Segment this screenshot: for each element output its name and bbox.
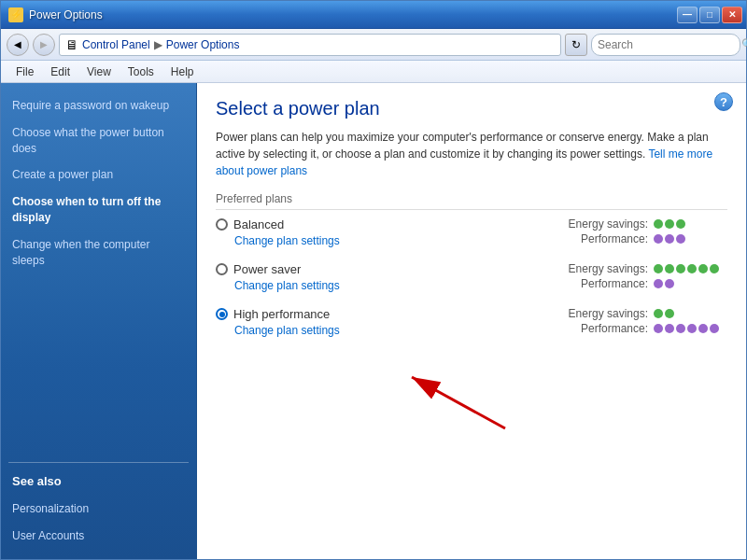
high-performance-performance-dots [654, 324, 719, 333]
forward-button[interactable]: ▶ [33, 34, 55, 56]
power-saver-performance-label: Performance: [559, 277, 648, 290]
window-icon: ⚡ [8, 7, 23, 22]
dot [676, 264, 685, 273]
plan-high-performance-name-row: High performance [216, 307, 340, 321]
dot [654, 324, 663, 333]
plan-balanced-name-row: Balanced [216, 217, 340, 231]
high-performance-performance-row: Performance: [559, 322, 719, 335]
high-performance-energy-label: Energy savings: [559, 307, 648, 320]
balanced-performance-dots [654, 234, 685, 244]
page-title: Select a power plan [216, 98, 727, 119]
high-performance-performance-label: Performance: [559, 322, 648, 335]
search-icon: 🔍 [741, 38, 747, 50]
breadcrumb-bar: 🖥 Control Panel ▶ Power Options [59, 34, 561, 56]
sidebar-divider [8, 462, 189, 463]
sidebar-item-computer-sleeps[interactable]: Change when the computer sleeps [1, 231, 196, 274]
dot [665, 309, 674, 318]
refresh-button[interactable]: ↻ [565, 34, 587, 56]
power-saver-energy-row: Energy savings: [559, 262, 719, 275]
dot [654, 309, 663, 318]
plan-power-saver-indicators: Energy savings: Performance: [559, 262, 727, 290]
dot [676, 219, 685, 229]
plan-high-performance-left: High performance Change plan settings [216, 307, 340, 337]
high-performance-energy-row: Energy savings: [559, 307, 674, 320]
dot [665, 219, 674, 229]
breadcrumb-control-panel[interactable]: Control Panel [82, 38, 150, 51]
sidebar-item-turn-off-display[interactable]: Choose when to turn off the display [1, 189, 196, 231]
change-plan-high-performance[interactable]: Change plan settings [234, 324, 340, 337]
plan-power-saver-name: Power saver [233, 262, 301, 276]
plan-power-saver-name-row: Power saver [216, 262, 340, 276]
sidebar-item-power-button[interactable]: Choose what the power button does [1, 119, 196, 162]
dot [698, 324, 708, 333]
change-plan-power-saver[interactable]: Change plan settings [234, 279, 340, 292]
balanced-energy-label: Energy savings: [559, 217, 648, 231]
window-title: Power Options [29, 8, 103, 21]
dot [665, 279, 674, 288]
dot [698, 264, 708, 273]
breadcrumb-icon: 🖥 [65, 37, 78, 52]
plan-balanced-left: Balanced Change plan settings [216, 217, 340, 247]
title-bar-left: ⚡ Power Options [8, 7, 103, 22]
sidebar: Require a password on wakeup Choose what… [1, 83, 197, 559]
balanced-performance-label: Performance: [559, 232, 648, 245]
menu-tools[interactable]: Tools [120, 63, 162, 80]
sidebar-item-personalization[interactable]: Personalization [1, 496, 196, 523]
main-area: Require a password on wakeup Choose what… [1, 83, 746, 559]
balanced-performance-row: Performance: [559, 232, 685, 245]
help-icon[interactable]: ? [714, 92, 733, 111]
close-button[interactable]: ✕ [722, 7, 742, 23]
plan-balanced-name: Balanced [233, 217, 284, 231]
dot [710, 324, 719, 333]
dot [654, 279, 663, 288]
dot [687, 264, 697, 273]
dot [654, 264, 663, 273]
radio-high-performance[interactable] [216, 308, 228, 320]
dot [665, 324, 674, 333]
plan-high-performance-indicators: Energy savings: Performance: [559, 307, 727, 335]
radio-power-saver[interactable] [216, 263, 228, 275]
preferred-plans-section: Preferred plans [216, 192, 727, 210]
balanced-energy-row: Energy savings: [559, 217, 685, 231]
dot [654, 234, 663, 244]
menu-edit[interactable]: Edit [43, 63, 78, 80]
plan-power-saver-left: Power saver Change plan settings [216, 262, 340, 292]
plan-balanced: Balanced Change plan settings Energy sav… [216, 217, 727, 247]
dot [665, 264, 674, 273]
svg-line-1 [412, 377, 505, 428]
back-button[interactable]: ◀ [7, 34, 29, 56]
power-saver-energy-label: Energy savings: [559, 262, 648, 275]
power-saver-energy-dots [654, 264, 719, 273]
menu-help[interactable]: Help [163, 63, 202, 80]
main-window: ⚡ Power Options — □ ✕ ◀ ▶ 🖥 Control Pane… [0, 0, 747, 560]
sidebar-item-require-password[interactable]: Require a password on wakeup [1, 92, 196, 119]
dot [676, 234, 685, 244]
see-also-title: See also [1, 467, 196, 496]
power-saver-performance-dots [654, 279, 674, 288]
maximize-button[interactable]: □ [699, 7, 720, 23]
plan-balanced-indicators: Energy savings: Performance: [559, 217, 727, 245]
breadcrumb-power-options[interactable]: Power Options [166, 38, 240, 51]
minimize-button[interactable]: — [677, 7, 698, 23]
title-bar: ⚡ Power Options — □ ✕ [1, 1, 746, 29]
menu-file[interactable]: File [8, 63, 41, 80]
radio-balanced[interactable] [216, 218, 228, 231]
search-bar: 🔍 [591, 34, 740, 56]
menu-view[interactable]: View [79, 63, 119, 80]
menu-bar: File Edit View Tools Help [1, 61, 746, 83]
dot [665, 234, 674, 244]
search-input[interactable] [598, 38, 738, 51]
plan-power-saver: Power saver Change plan settings Energy … [216, 262, 727, 292]
breadcrumb-separator: ▶ [154, 38, 162, 51]
dot [676, 324, 685, 333]
sidebar-item-user-accounts[interactable]: User Accounts [1, 523, 196, 550]
title-buttons: — □ ✕ [677, 7, 742, 23]
change-plan-balanced[interactable]: Change plan settings [234, 234, 340, 247]
sidebar-item-create-plan[interactable]: Create a power plan [1, 161, 196, 189]
plan-high-performance: High performance Change plan settings En… [216, 307, 727, 337]
panel-description: Power plans can help you maximize your c… [216, 129, 727, 179]
address-bar: ◀ ▶ 🖥 Control Panel ▶ Power Options ↻ 🔍 [1, 29, 746, 61]
power-saver-performance-row: Performance: [559, 277, 674, 290]
dot [710, 264, 719, 273]
dot [687, 324, 697, 333]
